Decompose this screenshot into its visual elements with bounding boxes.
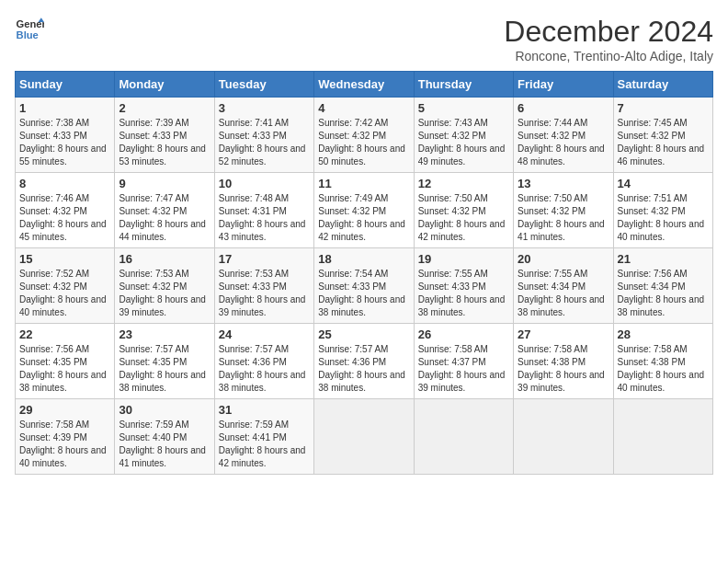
day-info: Sunrise: 7:59 AMSunset: 4:41 PMDaylight:… — [219, 419, 306, 468]
day-number: 15 — [19, 252, 110, 266]
day-number: 14 — [618, 177, 709, 190]
day-cell: 31 Sunrise: 7:59 AMSunset: 4:41 PMDaylig… — [214, 399, 313, 475]
day-cell: 1 Sunrise: 7:38 AMSunset: 4:33 PMDayligh… — [16, 98, 115, 173]
day-info: Sunrise: 7:53 AMSunset: 4:33 PMDaylight:… — [219, 269, 306, 317]
day-info: Sunrise: 7:55 AMSunset: 4:34 PMDaylight:… — [518, 269, 605, 317]
day-cell: 24 Sunrise: 7:57 AMSunset: 4:36 PMDaylig… — [214, 324, 313, 399]
day-info: Sunrise: 7:59 AMSunset: 4:40 PMDaylight:… — [119, 419, 206, 468]
day-cell: 10 Sunrise: 7:48 AMSunset: 4:31 PMDaylig… — [214, 173, 313, 248]
week-row-1: 1 Sunrise: 7:38 AMSunset: 4:33 PMDayligh… — [16, 98, 713, 173]
day-cell: 29 Sunrise: 7:58 AMSunset: 4:39 PMDaylig… — [16, 399, 115, 475]
svg-text:Blue: Blue — [17, 29, 39, 40]
week-row-3: 15 Sunrise: 7:52 AMSunset: 4:32 PMDaylig… — [16, 248, 713, 324]
day-number: 23 — [119, 327, 210, 341]
day-info: Sunrise: 7:57 AMSunset: 4:35 PMDaylight:… — [119, 344, 206, 393]
week-row-5: 29 Sunrise: 7:58 AMSunset: 4:39 PMDaylig… — [16, 399, 713, 475]
day-number: 9 — [119, 177, 210, 190]
header: General Blue December 2024 Roncone, Tren… — [15, 15, 713, 63]
day-cell: 15 Sunrise: 7:52 AMSunset: 4:32 PMDaylig… — [16, 248, 115, 324]
calendar-table: SundayMondayTuesdayWednesdayThursdayFrid… — [15, 71, 713, 475]
day-cell — [414, 399, 513, 475]
day-number: 18 — [318, 252, 409, 266]
day-cell: 6 Sunrise: 7:44 AMSunset: 4:32 PMDayligh… — [514, 98, 613, 173]
day-number: 20 — [518, 252, 609, 266]
day-number: 16 — [119, 252, 210, 266]
day-number: 30 — [119, 403, 210, 417]
day-cell: 17 Sunrise: 7:53 AMSunset: 4:33 PMDaylig… — [214, 248, 313, 324]
day-number: 19 — [418, 252, 509, 266]
day-info: Sunrise: 7:48 AMSunset: 4:31 PMDaylight:… — [219, 193, 306, 242]
day-info: Sunrise: 7:58 AMSunset: 4:38 PMDaylight:… — [618, 344, 705, 393]
day-number: 25 — [318, 327, 409, 341]
day-info: Sunrise: 7:42 AMSunset: 4:32 PMDaylight:… — [318, 118, 405, 167]
weekday-header-friday: Friday — [514, 72, 613, 98]
day-cell: 5 Sunrise: 7:43 AMSunset: 4:32 PMDayligh… — [414, 98, 513, 173]
day-info: Sunrise: 7:57 AMSunset: 4:36 PMDaylight:… — [318, 344, 405, 393]
day-cell: 25 Sunrise: 7:57 AMSunset: 4:36 PMDaylig… — [314, 324, 414, 399]
day-cell: 2 Sunrise: 7:39 AMSunset: 4:33 PMDayligh… — [115, 98, 214, 173]
day-number: 17 — [219, 252, 310, 266]
day-cell: 11 Sunrise: 7:49 AMSunset: 4:32 PMDaylig… — [314, 173, 414, 248]
day-info: Sunrise: 7:46 AMSunset: 4:32 PMDaylight:… — [19, 193, 107, 242]
day-info: Sunrise: 7:39 AMSunset: 4:33 PMDaylight:… — [119, 118, 206, 167]
day-info: Sunrise: 7:54 AMSunset: 4:33 PMDaylight:… — [318, 269, 405, 317]
day-info: Sunrise: 7:53 AMSunset: 4:32 PMDaylight:… — [119, 269, 206, 317]
day-info: Sunrise: 7:51 AMSunset: 4:32 PMDaylight:… — [618, 193, 705, 242]
day-cell — [514, 399, 613, 475]
day-info: Sunrise: 7:50 AMSunset: 4:32 PMDaylight:… — [518, 193, 605, 242]
weekday-header-tuesday: Tuesday — [214, 72, 313, 98]
day-number: 31 — [219, 403, 310, 417]
day-cell: 27 Sunrise: 7:58 AMSunset: 4:38 PMDaylig… — [514, 324, 613, 399]
day-cell: 3 Sunrise: 7:41 AMSunset: 4:33 PMDayligh… — [214, 98, 313, 173]
weekday-header-thursday: Thursday — [414, 72, 513, 98]
day-cell: 21 Sunrise: 7:56 AMSunset: 4:34 PMDaylig… — [613, 248, 712, 324]
day-cell: 14 Sunrise: 7:51 AMSunset: 4:32 PMDaylig… — [613, 173, 712, 248]
day-number: 21 — [618, 252, 709, 266]
day-number: 7 — [618, 101, 709, 115]
day-cell — [613, 399, 712, 475]
logo-icon: General Blue — [15, 15, 44, 44]
day-info: Sunrise: 7:41 AMSunset: 4:33 PMDaylight:… — [219, 118, 306, 167]
day-cell: 9 Sunrise: 7:47 AMSunset: 4:32 PMDayligh… — [115, 173, 214, 248]
day-info: Sunrise: 7:43 AMSunset: 4:32 PMDaylight:… — [418, 118, 506, 167]
day-info: Sunrise: 7:47 AMSunset: 4:32 PMDaylight:… — [119, 193, 206, 242]
day-info: Sunrise: 7:58 AMSunset: 4:39 PMDaylight:… — [19, 419, 107, 468]
day-number: 3 — [219, 101, 310, 115]
day-cell: 7 Sunrise: 7:45 AMSunset: 4:32 PMDayligh… — [613, 98, 712, 173]
day-number: 1 — [19, 101, 110, 115]
week-row-2: 8 Sunrise: 7:46 AMSunset: 4:32 PMDayligh… — [16, 173, 713, 248]
weekday-header-row: SundayMondayTuesdayWednesdayThursdayFrid… — [16, 72, 713, 98]
subtitle: Roncone, Trentino-Alto Adige, Italy — [504, 49, 713, 63]
day-cell: 18 Sunrise: 7:54 AMSunset: 4:33 PMDaylig… — [314, 248, 414, 324]
day-number: 28 — [618, 327, 709, 341]
day-number: 22 — [19, 327, 110, 341]
day-cell: 8 Sunrise: 7:46 AMSunset: 4:32 PMDayligh… — [16, 173, 115, 248]
weekday-header-monday: Monday — [115, 72, 214, 98]
day-number: 10 — [219, 177, 310, 190]
day-cell — [314, 399, 414, 475]
day-number: 24 — [219, 327, 310, 341]
day-number: 29 — [19, 403, 110, 417]
day-info: Sunrise: 7:58 AMSunset: 4:37 PMDaylight:… — [418, 344, 506, 393]
day-info: Sunrise: 7:52 AMSunset: 4:32 PMDaylight:… — [19, 269, 107, 317]
weekday-header-sunday: Sunday — [16, 72, 115, 98]
day-cell: 26 Sunrise: 7:58 AMSunset: 4:37 PMDaylig… — [414, 324, 513, 399]
day-number: 12 — [418, 177, 509, 190]
month-title: December 2024 — [504, 15, 713, 49]
day-info: Sunrise: 7:44 AMSunset: 4:32 PMDaylight:… — [518, 118, 605, 167]
day-cell: 22 Sunrise: 7:56 AMSunset: 4:35 PMDaylig… — [16, 324, 115, 399]
day-info: Sunrise: 7:57 AMSunset: 4:36 PMDaylight:… — [219, 344, 306, 393]
day-number: 6 — [518, 101, 609, 115]
day-number: 5 — [418, 101, 509, 115]
day-info: Sunrise: 7:49 AMSunset: 4:32 PMDaylight:… — [318, 193, 405, 242]
day-number: 8 — [19, 177, 110, 190]
weekday-header-saturday: Saturday — [613, 72, 712, 98]
logo: General Blue — [15, 15, 44, 44]
title-area: December 2024 Roncone, Trentino-Alto Adi… — [504, 15, 713, 63]
weekday-header-wednesday: Wednesday — [314, 72, 414, 98]
day-cell: 30 Sunrise: 7:59 AMSunset: 4:40 PMDaylig… — [115, 399, 214, 475]
day-number: 2 — [119, 101, 210, 115]
day-cell: 28 Sunrise: 7:58 AMSunset: 4:38 PMDaylig… — [613, 324, 712, 399]
day-cell: 12 Sunrise: 7:50 AMSunset: 4:32 PMDaylig… — [414, 173, 513, 248]
day-number: 27 — [518, 327, 609, 341]
